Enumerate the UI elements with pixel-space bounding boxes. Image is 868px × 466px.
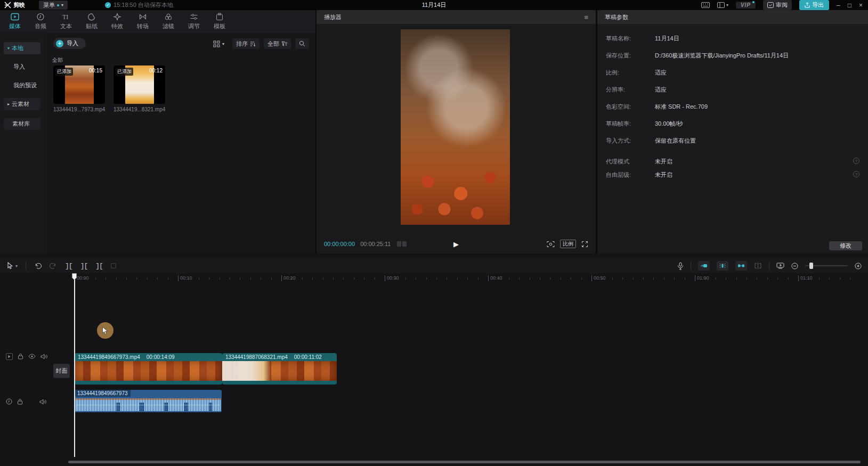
import-label: 导入 <box>67 39 78 47</box>
media-card[interactable]: 已添加 00:12 13344419...8321.mp4 <box>113 66 165 112</box>
timeline-video-clip-1[interactable]: 13344419849667973.mp4 00:00:14:09 <box>75 353 222 385</box>
clip-footer <box>222 381 337 385</box>
sidebar-item-local[interactable]: ▾ 本地 <box>4 42 40 54</box>
lock-icon[interactable] <box>18 353 23 359</box>
preview-quality-icon[interactable] <box>547 241 555 248</box>
maximize-button[interactable]: □ <box>848 2 851 9</box>
playhead-line[interactable] <box>74 274 75 457</box>
clip-duration: 00:12 <box>149 68 163 73</box>
param-label: 草稿帧率: <box>606 120 655 128</box>
speaker-icon[interactable] <box>40 354 47 359</box>
filter-button[interactable]: 全部 <box>264 38 291 49</box>
help-icon[interactable]: ? <box>853 158 859 164</box>
timeline-ruler[interactable]: 00:00 00:10 00:20 00:30 00:40 00:50 01:0… <box>0 274 868 282</box>
media-card[interactable]: 已添加 00:15 13344419...7973.mp4 <box>53 66 105 112</box>
video-preview[interactable] <box>401 29 510 225</box>
param-value: 适应 <box>655 86 667 94</box>
eye-icon[interactable] <box>28 354 36 359</box>
waveform-gap <box>209 403 212 411</box>
sidebar-item-import[interactable]: 导入 <box>4 61 40 73</box>
clip-filmstrip <box>75 361 222 381</box>
record-voiceover-icon[interactable] <box>677 262 684 270</box>
review-label: 审阅 <box>776 1 788 9</box>
tab-filters[interactable]: 滤镜 <box>156 10 181 33</box>
render-preview-icon[interactable] <box>776 263 784 269</box>
delete-icon[interactable] <box>111 263 116 268</box>
clip-name: 13344419849667973.mp4 <box>78 354 140 360</box>
audio-track-icon[interactable] <box>6 398 12 405</box>
player-menu-icon[interactable]: ≡ <box>584 13 588 21</box>
redo-icon[interactable] <box>50 263 57 269</box>
select-tool-button[interactable]: ▾ <box>6 262 18 269</box>
param-label: 色彩空间: <box>606 103 655 111</box>
review-button[interactable]: 审阅 <box>763 0 792 10</box>
sort-label: 排序 <box>236 40 248 48</box>
cover-button[interactable]: 封面 <box>53 364 70 378</box>
video-thumbnail[interactable]: 已添加 00:15 <box>53 66 105 104</box>
sort-button[interactable]: 排序 <box>232 38 259 49</box>
shortcut-keyboard-icon[interactable] <box>701 2 710 8</box>
zoom-slider-handle[interactable] <box>809 263 813 269</box>
layout-switch-button[interactable]: ▾ <box>717 2 728 8</box>
audio-clip-name: 13344419849667973 <box>75 390 131 397</box>
frame-view-icon[interactable] <box>397 241 407 247</box>
speaker-icon[interactable] <box>39 399 46 405</box>
sidebar-item-library[interactable]: 素材库 <box>4 118 40 130</box>
lock-icon[interactable] <box>17 398 23 405</box>
search-button[interactable] <box>295 38 309 49</box>
tab-audio[interactable]: 音频 <box>28 10 53 33</box>
grid-view-icon <box>213 40 220 47</box>
tab-effects[interactable]: 特效 <box>104 10 130 33</box>
split-right-icon[interactable]: ][ <box>95 262 103 270</box>
close-button[interactable]: × <box>859 2 863 9</box>
sidebar-item-presets[interactable]: 我的预设 <box>4 79 40 92</box>
split-left-icon[interactable]: ][ <box>80 262 88 270</box>
menu-button[interactable]: 菜单 ▾ <box>39 1 68 10</box>
view-mode-button[interactable]: ▾ <box>209 38 228 49</box>
tab-adjust[interactable]: 调节 <box>181 10 207 33</box>
undo-icon[interactable] <box>34 263 42 269</box>
preview-axis-icon[interactable] <box>754 263 762 269</box>
sidebar-item-cloud[interactable]: ▸ 云素材 <box>4 98 40 110</box>
app-logo: 剪映 <box>4 1 25 9</box>
media-sidebar: ▾ 本地 导入 我的预设 ▸ 云素材 素材库 <box>0 33 44 254</box>
timeline-video-clip-2[interactable]: 13344419887068321.mp4 00:00:11:02 <box>222 353 337 385</box>
video-thumbnail[interactable]: 已添加 00:12 <box>113 66 165 104</box>
fullscreen-icon[interactable] <box>581 241 588 248</box>
import-button[interactable]: + 导入 <box>53 38 86 49</box>
export-button[interactable]: 导出 <box>799 0 829 10</box>
tab-media[interactable]: 媒体 <box>2 10 28 33</box>
main-track-magnet-button[interactable] <box>698 261 710 271</box>
vip-badge[interactable]: VIP <box>736 2 756 9</box>
linkage-button[interactable] <box>735 261 747 271</box>
clip-footer <box>75 381 222 385</box>
tab-templates[interactable]: 模板 <box>207 10 232 33</box>
added-badge: 已添加 <box>55 68 73 76</box>
timeline-zoom-slider[interactable] <box>805 265 848 266</box>
play-button[interactable]: ▶ <box>453 240 459 248</box>
tab-text[interactable]: TI 文本 <box>53 10 79 33</box>
ratio-button[interactable]: 比例 <box>560 240 576 248</box>
horizontal-scrollbar[interactable] <box>68 461 861 463</box>
split-icon[interactable]: ][ <box>65 262 72 270</box>
param-row: 草稿名称:11月14日 <box>606 35 859 43</box>
asset-tab-bar: 媒体 音频 TI 文本 贴纸 特效 转场 滤镜 调节 <box>0 10 315 33</box>
title-bar: 剪映 菜单 ▾ ✓ 15:18:50 自动保存本地 11月14日 ▾ VIP 审… <box>0 0 868 10</box>
divider <box>26 262 26 269</box>
chevron-down-icon: ▾ <box>61 3 63 7</box>
auto-snap-button[interactable] <box>717 261 728 271</box>
timeline-audio-clip[interactable]: 13344419849667973 <box>75 390 222 412</box>
clip-duration: 00:00:11:02 <box>294 354 322 360</box>
tab-label: 调节 <box>188 22 200 30</box>
video-track-icon[interactable] <box>6 353 13 360</box>
minimize-button[interactable]: – <box>837 2 840 9</box>
modify-button[interactable]: 修改 <box>829 241 862 250</box>
playhead-handle[interactable] <box>71 273 77 281</box>
help-icon[interactable]: ? <box>853 171 859 177</box>
tab-transitions[interactable]: 转场 <box>130 10 156 33</box>
ruler-mark: 00:50 <box>591 275 606 281</box>
tab-sticker[interactable]: 贴纸 <box>79 10 104 33</box>
zoom-out-icon[interactable] <box>791 263 798 269</box>
zoom-in-icon[interactable] <box>855 263 862 269</box>
tab-label: 转场 <box>137 22 149 30</box>
